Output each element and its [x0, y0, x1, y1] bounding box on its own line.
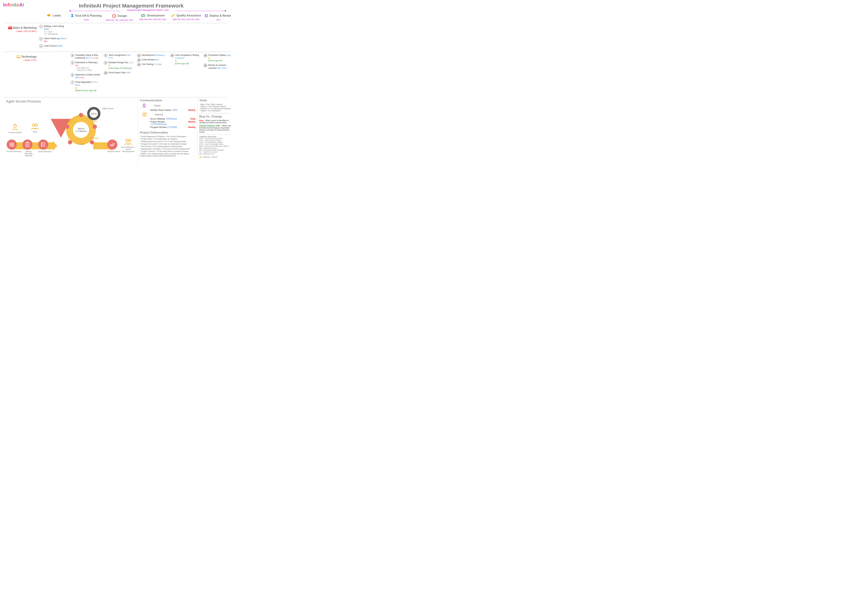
product-backlog-icon: Product Backlog [7, 140, 21, 152]
step: 2Client Follow-up (BDM) 2 Wks [39, 37, 68, 43]
cr-definition: Change Request (CR) :: When new Enhancem… [199, 125, 231, 133]
phase-leads: Leads [38, 12, 70, 23]
page-title: InfiniteAI Project Management Framework [3, 2, 228, 9]
list-item: - Planner = For planning & tracking [199, 107, 231, 110]
step: 13Unit Testing (TL & BA) [137, 63, 168, 66]
comm-row: - Scrum Meeting (PM/Team)Daily [149, 118, 195, 120]
mail-icon [8, 26, 12, 30]
comm-row: - Weekly Status Report (PM)Weekly [149, 109, 195, 111]
spring-backlog-icon: Spring Backlog [38, 140, 52, 152]
laptop-icon [17, 55, 21, 59]
pm-effort-label: Overall Project Management Efforts: 15% [121, 9, 175, 11]
hexring-icon [112, 14, 116, 19]
phase-header-row: Leads Kick-Off & Planning (10%) Design (… [3, 12, 228, 23]
step: 12Code Review (ML) [137, 58, 168, 61]
list-item: - Tasks = For reminders [199, 110, 231, 112]
pm-effort-arrow: Overall Project Management Efforts: 15% [70, 9, 226, 12]
svg-rect-6 [17, 57, 21, 58]
cell-tech-deploy: 15Production Deploy (Dev)◆[Client Sign-o… [203, 52, 231, 96]
list-item: * SoW (Statement Of Work) = For Cost & E… [140, 135, 195, 138]
agile-panel: Agile Scrum Process Sprint1-4 Weeks 1. D… [3, 97, 138, 163]
step: 14User Acceptance Testing (Customer)◆[Cl… [170, 54, 202, 65]
step: 5Estimation & Planning 2 Dys - Time (PM … [71, 61, 102, 71]
daily-scrum-badge: 24 H [87, 107, 101, 120]
code-icon [141, 14, 146, 18]
list-item: * Deployment Checklist = To ensure smoot… [140, 148, 195, 150]
step: 4Feasibility Study & Req. Gathering (PM … [71, 54, 102, 59]
phase-qa: Quality Assurance (With PM: 20% | W/O PM… [169, 12, 203, 23]
finished-work-icon: Finished Work [107, 140, 120, 152]
svg-rect-14 [9, 146, 11, 146]
list-item: ML = Module Lead [199, 153, 231, 155]
phase-kickoff: Kick-Off & Planning (10%) [70, 12, 103, 23]
check-icon [171, 14, 175, 18]
svg-point-29 [145, 113, 146, 115]
phase-deploy: Deploy & Review (5%) [203, 12, 231, 23]
spring-planning-icon: Spring Planning Meeting [22, 140, 35, 157]
list-item: * Requirement Document = For Clear Requi… [140, 140, 195, 143]
hourglass-icon [71, 14, 74, 18]
list-item: CTO = Chef Technology Officer [199, 143, 231, 145]
cell-tech-design: 8Team Assignment (PM / CTO)9Detailed Des… [103, 52, 136, 96]
legends-panel: Legends / Acronyms CEO = Chief Executive… [199, 135, 231, 158]
comm-row: - Program Review (CTO/PM)Weekly [149, 126, 195, 129]
step: 6Statement of Work (SoW) (BA) 5 Dys [71, 73, 102, 79]
cloud-icon [47, 14, 51, 18]
list-item: * Project Closure = To let client know o… [140, 150, 195, 152]
list-item: - Mail = For Client comms. [199, 103, 231, 105]
internal-icon [142, 112, 147, 117]
step: 15Production Deploy (Dev)◆[Client Sign-o… [204, 54, 231, 62]
step: 7Final Negotiation (CTO / BDO)◆[MSA/Cont… [71, 81, 102, 92]
list-item: * Test Cases = For testing against requi… [140, 145, 195, 147]
team-icon: Team [31, 123, 39, 133]
list-item: BDO = Business Development Officer [199, 145, 231, 147]
svg-rect-10 [9, 143, 11, 144]
daily-scrum-label: Daily Scrum [102, 107, 113, 110]
svg-rect-13 [11, 144, 14, 145]
cell-sales-leads: 1Bidding, Cold Calling (BDM)1.1. Local 1… [38, 23, 70, 52]
step: 10Final Project Plan (PM) [104, 71, 135, 74]
svg-rect-17 [26, 142, 28, 143]
bugvschange-title: Bug Vs. Change [199, 115, 231, 118]
cell-tech-kickoff: 4Feasibility Study & Req. Gathering (PM … [70, 52, 103, 96]
step: 1Bidding, Cold Calling (BDM)1.1. Local 1… [39, 25, 68, 36]
svg-point-28 [143, 113, 144, 115]
step: 8Team Assignment (PM / CTO) [104, 54, 135, 59]
milestone-icon: ◆ [199, 156, 201, 158]
tools-list: - Mail = For Client comms.- Teams = For … [199, 103, 231, 112]
svg-rect-5 [17, 56, 20, 57]
list-item: * Project Plan = For Estimation & Timeli… [140, 138, 195, 140]
list-item: PM = Project/Program Manager [199, 149, 231, 151]
list-item: - Teams = For internal comms. [199, 105, 231, 107]
step: 3Lead Closure (BDM) [39, 45, 68, 47]
comm-row: - Project ReviewWeekly(CTO/PM/Team) [149, 121, 195, 126]
svg-point-25 [126, 140, 128, 142]
tools-title: Tools [199, 99, 231, 102]
list-item: CMO = Chief Marketing Officer [199, 141, 231, 143]
svg-point-26 [129, 140, 131, 142]
svg-point-9 [35, 124, 38, 126]
list-item: * Design Document = For team to understa… [140, 143, 195, 145]
phase-design: Design (With PM: 15% | W/O PM: 20%) [103, 12, 136, 23]
step: 9Detailed Design Doc. (TL)◆[Client Sign-… [104, 61, 135, 70]
lane-tech-label: Technology { Head: CTO } [3, 52, 38, 96]
svg-point-8 [33, 124, 35, 126]
list-item: TL = Team/Tech Leader [199, 151, 231, 153]
bug-definition: Bug :: When issue is identified in alrea… [199, 119, 231, 124]
cell-tech-dev: 11Development (Developer)12Code Review (… [136, 52, 169, 96]
step: 11Development (Developer) [137, 54, 168, 57]
deliverables-list: * SoW (Statement Of Work) = For Cost & E… [140, 135, 195, 157]
list-item: BA = Business Analyst [199, 147, 231, 149]
product-owner-icon: Product Owner [8, 123, 22, 133]
step: 16Review & Lessons Learned (PM / Team) [204, 64, 231, 70]
cell-tech-qa: 14User Acceptance Testing (Customer)◆[Cl… [169, 52, 203, 96]
lane-sales-label: Sales & Marketing { Head: CEO & CMO } [3, 23, 38, 52]
svg-point-3 [206, 16, 207, 16]
list-item: CFO = Chief Finance Officer [199, 140, 231, 141]
client-icon [142, 103, 146, 109]
deliverables-title: Project Deliverables [140, 131, 195, 135]
communication-title: Communication [140, 99, 195, 102]
sprint-review-icon: Sprint Reivew + Sprint Retrospective [120, 139, 136, 152]
door-icon [205, 14, 208, 18]
svg-rect-15 [11, 146, 14, 146]
